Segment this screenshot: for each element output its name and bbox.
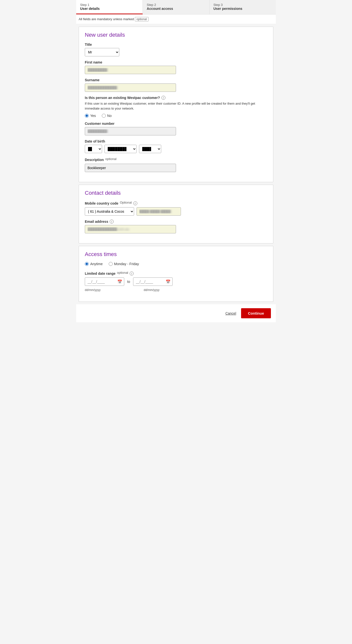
date-to-label: to bbox=[127, 280, 130, 284]
first-name-label: First name bbox=[85, 60, 267, 64]
date-to-wrap: 📅 bbox=[133, 278, 172, 286]
yes-label: Yes bbox=[90, 114, 96, 118]
step-2[interactable]: Step 2 Account access bbox=[143, 0, 209, 14]
limited-date-optional: optional bbox=[117, 271, 128, 274]
title-label: Title bbox=[85, 42, 267, 46]
step-3-number: Step 3 bbox=[214, 3, 272, 7]
monday-friday-radio[interactable] bbox=[109, 262, 113, 266]
access-times-radio-group: Anytime Monday - Friday bbox=[85, 262, 267, 266]
first-name-field-group: First name bbox=[85, 60, 267, 74]
no-radio-option[interactable]: No bbox=[102, 114, 112, 118]
cancel-button[interactable]: Cancel bbox=[225, 312, 236, 315]
step-2-number: Step 2 bbox=[147, 3, 205, 7]
customer-number-label: Customer number bbox=[85, 122, 267, 126]
mobile-help-icon[interactable]: i bbox=[133, 201, 137, 205]
email-label: Email address i bbox=[85, 220, 267, 224]
yes-radio-option[interactable]: Yes bbox=[85, 114, 96, 118]
mobile-row: ( 61 ) Australia & Cocos-K ( 1 ) United … bbox=[85, 207, 267, 216]
customer-number-field-group: Customer number bbox=[85, 122, 267, 136]
date-from-wrap: 📅 bbox=[85, 278, 124, 286]
anytime-radio[interactable] bbox=[85, 262, 89, 266]
anytime-radio-option[interactable]: Anytime bbox=[85, 262, 103, 266]
existing-customer-radio-group: Yes No bbox=[85, 114, 267, 118]
monday-friday-label: Monday - Friday bbox=[114, 262, 139, 266]
dob-label: Date of birth bbox=[85, 139, 267, 143]
mobile-number-input[interactable] bbox=[136, 207, 181, 216]
date-to-hint: dd/mm/yyyy bbox=[144, 288, 159, 292]
step-3[interactable]: Step 3 User permissions bbox=[210, 0, 276, 14]
contact-details-title: Contact details bbox=[85, 190, 267, 196]
date-from-hint: dd/mm/yyyy bbox=[85, 288, 101, 292]
monday-friday-radio-option[interactable]: Monday - Friday bbox=[109, 262, 139, 266]
description-optional: optional bbox=[105, 157, 117, 161]
dob-row: ██ 010203 ████████ JanuaryFebruaryMarch … bbox=[85, 145, 267, 153]
step-3-label: User permissions bbox=[214, 7, 272, 10]
mandatory-notice: All fields are mandatory unless marked o… bbox=[76, 14, 276, 24]
continue-button[interactable]: Continue bbox=[241, 308, 271, 318]
email-input[interactable] bbox=[85, 225, 176, 234]
limited-date-help-icon[interactable]: i bbox=[130, 272, 134, 276]
step-1-number: Step 1 bbox=[80, 3, 138, 7]
step-2-label: Account access bbox=[147, 7, 205, 10]
anytime-label: Anytime bbox=[90, 262, 103, 266]
surname-label: Surname bbox=[85, 78, 267, 82]
dob-month-select[interactable]: ████████ JanuaryFebruaryMarch bbox=[104, 145, 136, 153]
description-input[interactable] bbox=[85, 164, 176, 172]
limited-date-field-group: Limited date range optional i 📅 to 📅 dd/… bbox=[85, 271, 267, 292]
no-label: No bbox=[107, 114, 112, 118]
description-field-group: Description optional bbox=[85, 157, 267, 172]
steps-bar: Step 1 User details Step 2 Account acces… bbox=[76, 0, 276, 14]
dob-year-select[interactable]: ████ 200019991998 bbox=[139, 145, 161, 153]
step-1-label: User details bbox=[80, 7, 138, 10]
optional-badge: optional bbox=[135, 17, 149, 22]
email-field-group: Email address i bbox=[85, 220, 267, 234]
existing-customer-help-icon[interactable]: i bbox=[161, 96, 165, 100]
surname-field-group: Surname bbox=[85, 78, 267, 92]
mobile-optional: Optional bbox=[120, 201, 132, 204]
access-times-section: Access times Anytime Monday - Friday Lim… bbox=[79, 246, 273, 302]
customer-number-input[interactable] bbox=[85, 127, 176, 136]
date-from-calendar-icon[interactable]: 📅 bbox=[117, 280, 122, 284]
existing-customer-desc: If this user is an existing Westpac cust… bbox=[85, 101, 262, 111]
date-range-row: 📅 to 📅 bbox=[85, 278, 267, 286]
no-radio[interactable] bbox=[102, 114, 106, 118]
existing-customer-label: Is this person an existing Westpac custo… bbox=[85, 96, 267, 100]
mobile-field-group: Mobile country code Optional i ( 61 ) Au… bbox=[85, 201, 267, 216]
email-help-icon[interactable]: i bbox=[110, 220, 114, 224]
mobile-label: Mobile country code Optional i bbox=[85, 201, 267, 206]
existing-customer-group: Is this person an existing Westpac custo… bbox=[85, 96, 267, 118]
title-field-group: Title Mr Mrs Ms Miss Dr bbox=[85, 42, 267, 56]
new-user-details-title: New user details bbox=[85, 32, 267, 38]
first-name-input[interactable] bbox=[85, 66, 176, 74]
surname-input[interactable] bbox=[85, 84, 176, 92]
date-to-calendar-icon[interactable]: 📅 bbox=[166, 280, 170, 284]
yes-radio[interactable] bbox=[85, 114, 89, 118]
dob-day-select[interactable]: ██ 010203 bbox=[85, 145, 102, 153]
access-times-title: Access times bbox=[85, 251, 267, 258]
limited-date-label: Limited date range optional i bbox=[85, 271, 267, 276]
mobile-country-select[interactable]: ( 61 ) Australia & Cocos-K ( 1 ) United … bbox=[85, 207, 134, 216]
description-label: Description optional bbox=[85, 157, 267, 162]
step-1[interactable]: Step 1 User details bbox=[76, 0, 143, 14]
footer: Cancel Continue bbox=[76, 304, 276, 322]
new-user-details-section: New user details Title Mr Mrs Ms Miss Dr… bbox=[79, 26, 273, 182]
title-select[interactable]: Mr Mrs Ms Miss Dr bbox=[85, 48, 119, 56]
dob-field-group: Date of birth ██ 010203 ████████ January… bbox=[85, 139, 267, 153]
contact-details-section: Contact details Mobile country code Opti… bbox=[79, 185, 273, 244]
